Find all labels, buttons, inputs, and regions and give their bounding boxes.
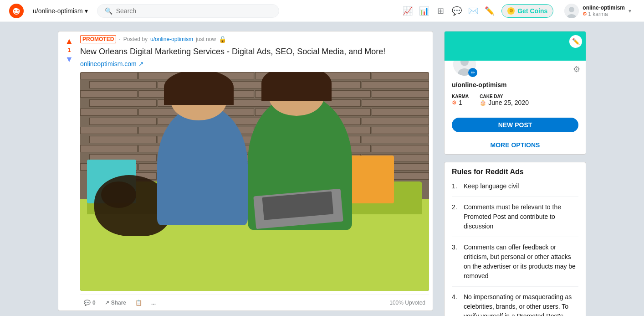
vote-column: ▲ 1 ▼ <box>62 35 77 311</box>
profile-stats: Karma ⚙ 1 Cake day 🎂 June 25, 2020 <box>445 88 586 112</box>
header-user-info: online-optimism ⚙ 1 karma <box>583 5 625 17</box>
coin-icon: ⚙ <box>507 7 515 15</box>
rule-item-2: 2. Comments must be relevant to the Prom… <box>452 202 578 237</box>
meta-separator: · <box>119 36 120 42</box>
rules-card: Rules for Reddit Ads 1. Keep language ci… <box>444 162 586 316</box>
chat-icon[interactable]: 💬 <box>452 6 461 16</box>
rule-num-4: 4. <box>452 292 461 316</box>
vote-count: 1 <box>68 47 71 53</box>
top-header: u/online-optimism ▾ 🔍 📈 📊 ⊞ 💬 ✉️ ✏️ ⚙ Ge… <box>0 0 644 22</box>
post-external-link[interactable]: onlineoptimism.com ↗ <box>80 60 429 67</box>
profile-header-row: ✏ ⚙ <box>445 61 586 78</box>
svg-point-2 <box>14 10 15 11</box>
upvote-percentage: 100% Upvoted <box>386 297 429 309</box>
external-link-icon: ↗ <box>138 60 144 67</box>
rule-item-3: 3. Comments can offer feedback or critic… <box>452 243 578 287</box>
lock-icon: 🔒 <box>219 36 226 43</box>
rule-text-3: Comments can offer feedback or criticism… <box>464 243 578 281</box>
rule-num-3: 3. <box>452 243 461 281</box>
cake-icon: 🎂 <box>480 99 486 106</box>
share-button[interactable]: ↗ Share <box>101 297 130 309</box>
avatar-edit-button[interactable]: ✏ <box>468 68 477 77</box>
chart-icon[interactable]: 📊 <box>419 6 429 16</box>
rule-item-1: 1. Keep language civil <box>452 181 578 197</box>
notes-button[interactable]: 📋 <box>132 297 146 309</box>
image-scene <box>80 72 429 291</box>
header-karma: ⚙ 1 karma <box>583 11 625 17</box>
post-meta: PROMOTED · Posted by u/online-optimism j… <box>80 35 429 43</box>
sidebar: ✏️ ✏ ⚙ u/online-optimism <box>444 31 586 316</box>
downvote-button[interactable]: ▼ <box>65 55 73 63</box>
share-icon: ↗ <box>105 300 109 306</box>
cake-day-stat: Cake day 🎂 June 25, 2020 <box>480 94 529 106</box>
profile-divider <box>452 112 578 112</box>
cake-day-value: 🎂 June 25, 2020 <box>480 99 529 106</box>
post-image <box>80 72 429 291</box>
profile-card: ✏️ ✏ ⚙ u/online-optimism <box>444 31 586 155</box>
edit-icon[interactable]: ✏️ <box>485 6 494 16</box>
get-coins-button[interactable]: ⚙ Get Coins <box>501 4 553 18</box>
new-post-button[interactable]: NEW POST <box>452 118 578 132</box>
karma-icon: ⚙ <box>452 99 457 106</box>
rule-text-1: Keep language civil <box>464 181 519 191</box>
profile-banner: ✏️ <box>445 31 586 61</box>
header-icons: 📈 📊 ⊞ 💬 ✉️ ✏️ ⚙ Get Coins online-optimis… <box>403 2 635 20</box>
main-content: ▲ 1 ▼ PROMOTED · Posted by u/online-opti… <box>58 31 433 316</box>
subreddit-label: u/online-optimism <box>33 7 83 15</box>
rules-list: 1. Keep language civil 2. Comments must … <box>452 181 578 316</box>
community-icon[interactable]: ⊞ <box>436 6 445 16</box>
user-menu[interactable]: online-optimism ⚙ 1 karma ▾ <box>561 2 635 20</box>
avatar <box>564 4 579 18</box>
post-title: New Orleans Digital Marketing Services -… <box>80 46 429 57</box>
dog-head <box>101 181 136 208</box>
dropdown-chevron-icon: ▾ <box>85 7 88 15</box>
cake-day-label: Cake day <box>480 94 529 99</box>
pillow-orange <box>345 155 394 204</box>
post-body: PROMOTED · Posted by u/online-optimism j… <box>80 35 429 311</box>
more-options-link[interactable]: MORE OPTIONS <box>445 138 586 154</box>
post-actions: 💬 0 ↗ Share 📋 ... 100% Up <box>80 295 429 311</box>
posted-by-label: Posted by <box>123 36 148 42</box>
trending-icon[interactable]: 📈 <box>403 6 412 16</box>
notes-icon: 📋 <box>135 300 142 306</box>
profile-username: u/online-optimism <box>445 78 586 88</box>
more-icon: ... <box>151 300 156 306</box>
svg-point-5 <box>20 6 22 9</box>
post-author[interactable]: u/online-optimism <box>150 36 193 42</box>
search-input[interactable] <box>116 7 271 15</box>
search-bar[interactable]: 🔍 <box>97 4 279 18</box>
karma-label: Karma <box>452 94 469 99</box>
rules-title: Rules for Reddit Ads <box>452 168 578 176</box>
header-username: online-optimism <box>583 5 625 11</box>
karma-gear-icon: ⚙ <box>583 11 587 17</box>
promoted-badge: PROMOTED <box>80 35 116 43</box>
karma-value: ⚙ 1 <box>452 99 469 106</box>
banner-edit-button[interactable]: ✏️ <box>569 35 582 48</box>
svg-point-7 <box>569 7 574 12</box>
post-inner: ▲ 1 ▼ PROMOTED · Posted by u/online-opti… <box>62 35 429 311</box>
reddit-logo[interactable] <box>9 4 24 18</box>
search-icon: 🔍 <box>105 7 112 15</box>
person1-body <box>157 105 248 225</box>
subreddit-dropdown[interactable]: u/online-optimism ▾ <box>29 5 92 16</box>
mail-icon[interactable]: ✉️ <box>469 6 478 16</box>
rule-num-2: 2. <box>452 202 461 231</box>
upvote-button[interactable]: ▲ <box>65 37 73 45</box>
comments-button[interactable]: 💬 0 <box>80 297 99 309</box>
profile-gear-button[interactable]: ⚙ <box>573 64 580 74</box>
rule-num-1: 1. <box>452 181 461 191</box>
svg-point-3 <box>17 10 19 11</box>
more-button[interactable]: ... <box>148 297 159 309</box>
person1-hair <box>164 72 234 105</box>
post-time: just now <box>196 36 216 42</box>
rule-text-4: No impersonating or masquerading as cele… <box>464 292 578 316</box>
post-card: ▲ 1 ▼ PROMOTED · Posted by u/online-opti… <box>58 31 433 311</box>
user-dropdown-chevron-icon: ▾ <box>629 8 631 14</box>
rule-text-2: Comments must be relevant to the Promote… <box>464 202 578 231</box>
page-content: ▲ 1 ▼ PROMOTED · Posted by u/online-opti… <box>49 0 595 316</box>
profile-avatar-wrap: ✏ <box>452 61 477 77</box>
comments-icon: 💬 <box>84 300 91 306</box>
karma-stat: Karma ⚙ 1 <box>452 94 469 106</box>
rule-item-4: 4. No impersonating or masquerading as c… <box>452 292 578 316</box>
person2-hair <box>261 72 331 100</box>
